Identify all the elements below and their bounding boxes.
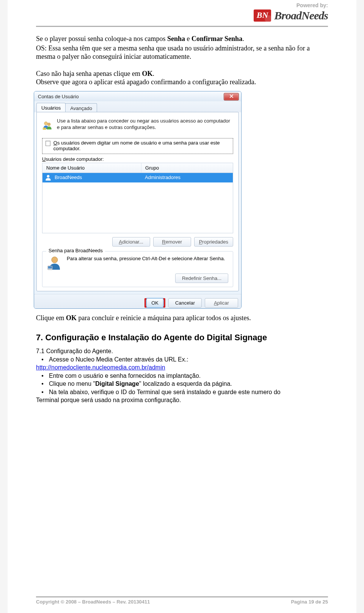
close-button[interactable] [224,93,239,101]
document-page: Powered by: BN BroadNeeds Se o player po… [8,0,356,613]
paragraph-os: OS: Essa senha têm que ser a mesma senha… [36,44,328,61]
users-listbox[interactable]: BroadNeeds Administradores [42,173,233,233]
tab-strip: Usuários Avançado [34,101,241,112]
footer-page-number: Pagina 19 de 25 [291,599,328,605]
list-buttons: Adicionar... Remover Propriedades [42,237,233,247]
dialog-footer-buttons: OK Cancelar Aplicar [34,294,241,308]
svg-point-3 [44,128,45,129]
remove-button[interactable]: Remover [153,237,191,247]
footer-divider [36,596,328,597]
admin-url-link[interactable]: http://nomedocliente.nucleomedia.com.br/… [36,364,165,371]
reset-password-button[interactable]: Redefinir Senha... [175,273,228,283]
intro-block: Use a lista abaixo para conceder ou nega… [42,118,233,134]
bullet-3: •Clique no menu "Digital Signage" locali… [36,380,328,388]
user-accounts-dialog: Contas de Usuário Usuários Avançado [34,91,242,309]
close-icon [229,94,234,99]
ok-highlight-box: OK [144,298,165,308]
svg-point-4 [47,175,50,178]
bullet-4: •Na tela abaixo, verifique o ID do Termi… [36,388,328,396]
group-title: Senha para BroadNeeds [46,248,105,253]
section-heading-7-1: 7.1 Configuração do Agente. [36,348,328,355]
powered-by-label: Powered by: [36,2,328,8]
col-group[interactable]: Grupo [141,163,233,173]
paragraph-ok: Clique em OK para concluir e reinicie a … [36,314,328,322]
brand-logo-block: BN BroadNeeds [36,9,328,22]
bullet-4-continuation: Terminal porque será usado na proxima co… [36,396,328,404]
col-username[interactable]: Nome de Usuário [42,163,141,173]
paragraph-caso: Caso não haja senha apenas clique em OK.… [36,69,328,86]
bullet-1-link: http://nomedocliente.nucleomedia.com.br/… [36,363,328,372]
password-user-icon [47,255,62,270]
bullet-2: •Entre com o usuário e senha fornecidos … [36,372,328,380]
checkbox-icon[interactable] [46,141,50,146]
user-accounts-dialog-screenshot: Contas de Usuário Usuários Avançado [34,91,328,309]
ok-button[interactable]: OK [146,298,163,308]
header-divider [36,26,328,27]
users-list-label: Usuários deste computador: [42,156,233,162]
svg-point-5 [52,257,58,263]
list-header: Nome de Usuário Grupo [42,163,233,173]
page-footer: Copyright © 2008 – BroadNeeds – Rev. 201… [36,596,328,605]
password-groupbox: Senha para BroadNeeds Para alterar sua s… [42,251,233,287]
tab-users[interactable]: Usuários [36,103,66,112]
password-instruction: Para alterar sua senha, pressione Ctrl-A… [67,255,228,262]
users-icon [42,118,52,134]
intro-text: Use a lista abaixo para conceder ou nega… [57,118,233,131]
add-button[interactable]: Adicionar... [112,237,150,247]
section-heading-7: 7. Configuração e Instalação do Agente d… [36,333,328,343]
row-group: Administradores [145,174,231,180]
require-login-checkbox-row[interactable]: Os usuários devem digitar um nome de usu… [42,138,233,154]
brand-title: BroadNeeds [274,9,328,22]
bn-badge-icon: BN [254,9,271,22]
bullet-1: •Acesse o Nucleo Media Center através da… [36,355,328,364]
tab-advanced[interactable]: Avançado [65,103,97,113]
list-row-selected[interactable]: BroadNeeds Administradores [42,173,233,182]
cancel-button[interactable]: Cancelar [168,298,202,308]
dialog-titlebar: Contas de Usuário [34,91,241,101]
footer-copyright: Copyright © 2008 – BroadNeeds – Rev. 201… [36,599,150,605]
properties-button[interactable]: Propriedades [194,237,233,247]
row-user: BroadNeeds [54,174,145,180]
svg-point-1 [47,123,50,126]
paragraph-senha: Se o player possui senha coloque-a nos c… [36,35,328,43]
dialog-body: Use a lista abaixo para conceder ou nega… [36,112,239,291]
user-row-icon [45,174,52,181]
require-login-label: Os usuários devem digitar um nome de usu… [53,140,230,151]
apply-button[interactable]: Aplicar [205,298,238,308]
dialog-title-text: Contas de Usuário [38,94,79,99]
svg-rect-7 [48,266,52,269]
svg-point-0 [44,121,48,125]
